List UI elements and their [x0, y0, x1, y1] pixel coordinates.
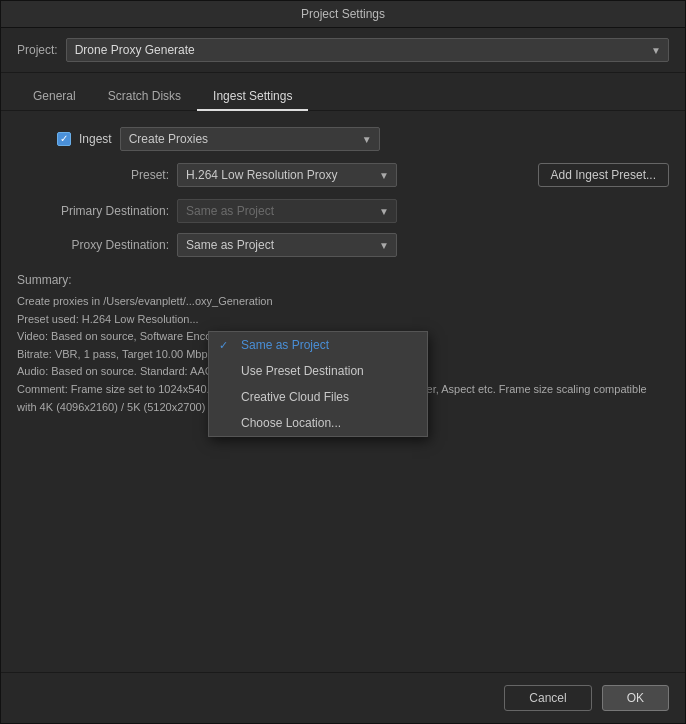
- summary-label: Summary:: [17, 273, 669, 287]
- ingest-mode-wrapper: Create Proxies ▼: [120, 127, 380, 151]
- content-area: ✓ Ingest Create Proxies ▼ Preset: H.264 …: [1, 111, 685, 672]
- proxy-dest-dropdown: ✓ Same as Project Use Preset Destination…: [208, 331, 428, 437]
- project-label: Project:: [17, 43, 58, 57]
- dropdown-item-same-as-project[interactable]: ✓ Same as Project: [209, 332, 427, 358]
- title-bar: Project Settings: [1, 1, 685, 28]
- preset-row: Preset: H.264 Low Resolution Proxy ▼ Add…: [17, 163, 669, 187]
- proxy-dest-select[interactable]: Same as Project: [177, 233, 397, 257]
- ingest-row: ✓ Ingest Create Proxies ▼: [17, 127, 669, 151]
- tabs-bar: General Scratch Disks Ingest Settings: [1, 73, 685, 111]
- dropdown-item-use-preset-dest[interactable]: Use Preset Destination: [209, 358, 427, 384]
- dropdown-item-choose-location[interactable]: Choose Location...: [209, 410, 427, 436]
- ingest-checkbox[interactable]: ✓: [57, 132, 71, 146]
- project-select[interactable]: Drone Proxy Generate: [66, 38, 669, 62]
- primary-dest-select-wrapper: Same as Project ▼: [177, 199, 397, 223]
- preset-select[interactable]: H.264 Low Resolution Proxy: [177, 163, 397, 187]
- ok-button[interactable]: OK: [602, 685, 669, 711]
- project-row: Project: Drone Proxy Generate ▼: [1, 28, 685, 73]
- dialog-title: Project Settings: [301, 7, 385, 21]
- proxy-dest-select-wrapper: Same as Project ▼: [177, 233, 397, 257]
- project-settings-dialog: Project Settings Project: Drone Proxy Ge…: [0, 0, 686, 724]
- preset-label: Preset:: [17, 168, 177, 182]
- proxy-dest-label: Proxy Destination:: [17, 238, 177, 252]
- dropdown-item-creative-cloud[interactable]: Creative Cloud Files: [209, 384, 427, 410]
- bottom-bar: Cancel OK: [1, 672, 685, 723]
- primary-dest-label: Primary Destination:: [17, 204, 177, 218]
- project-select-wrapper: Drone Proxy Generate ▼: [66, 38, 669, 62]
- ingest-mode-select[interactable]: Create Proxies: [120, 127, 380, 151]
- ingest-label: Ingest: [79, 132, 112, 146]
- preset-select-wrapper: H.264 Low Resolution Proxy ▼: [177, 163, 397, 187]
- tab-scratch-disks[interactable]: Scratch Disks: [92, 83, 197, 111]
- checkmark-icon: ✓: [219, 339, 233, 352]
- primary-dest-row: Primary Destination: Same as Project ▼: [17, 199, 669, 223]
- tab-general[interactable]: General: [17, 83, 92, 111]
- proxy-dest-row: Proxy Destination: Same as Project ▼: [17, 233, 669, 257]
- checkbox-check-icon: ✓: [60, 134, 68, 144]
- primary-dest-select[interactable]: Same as Project: [177, 199, 397, 223]
- cancel-button[interactable]: Cancel: [504, 685, 591, 711]
- add-ingest-preset-button[interactable]: Add Ingest Preset...: [538, 163, 669, 187]
- tab-ingest-settings[interactable]: Ingest Settings: [197, 83, 308, 111]
